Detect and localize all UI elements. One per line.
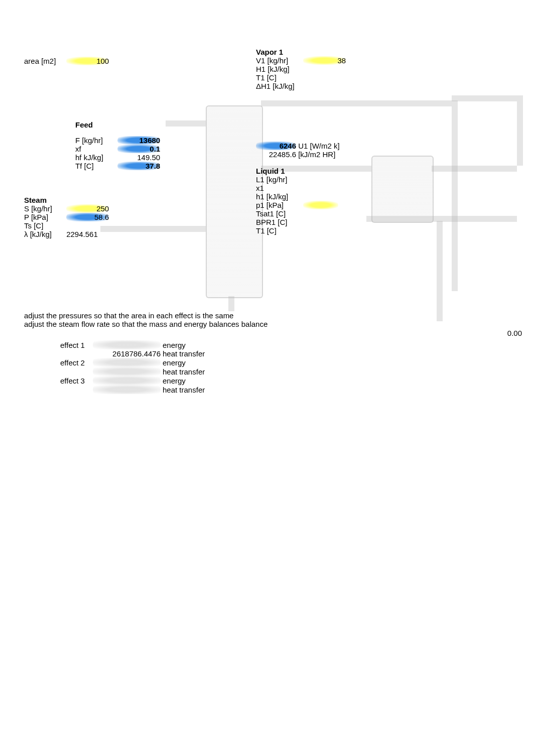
instruction-1: adjust the pressures so that the area in…: [24, 311, 268, 320]
xf-label: xf: [75, 145, 115, 153]
vapor1-title: Vapor 1: [256, 48, 346, 56]
lambda-value: 2294.561: [66, 230, 98, 238]
u1-value[interactable]: 6246: [256, 142, 296, 150]
hf-label: hf kJ/kg]: [75, 153, 115, 162]
heat-exchanger-1: [371, 156, 434, 223]
pipe-steam: [100, 226, 206, 232]
lambda-label: λ [kJ/kg]: [24, 230, 64, 238]
t1-vapor-label: T1 [C]: [256, 73, 301, 82]
effect1-energy-label: energy: [161, 341, 186, 349]
effect2-ht-label: heat transfer: [161, 367, 205, 376]
p1-value[interactable]: [303, 201, 338, 209]
effect1-energy-cell[interactable]: [93, 340, 161, 349]
effect2-energy-label: energy: [161, 358, 186, 367]
pipe-right-2: [517, 95, 523, 166]
effect1-label: effect 1: [60, 341, 93, 349]
tsat1-label: Tsat1 [C]: [256, 209, 301, 218]
effect3-ht-label: heat transfer: [161, 386, 205, 394]
xf-value[interactable]: 0.1: [117, 145, 160, 153]
effect1-ht-label: heat transfer: [161, 349, 205, 358]
p-steam-label: P [kPa]: [24, 213, 64, 221]
p-steam-value[interactable]: 58.6: [66, 213, 109, 221]
u1-label: U1 [W/m2 k]: [298, 142, 340, 150]
u1b-value: 22485.6: [256, 150, 296, 159]
pipe-drain: [228, 296, 234, 311]
liquid1-title: Liquid 1: [256, 167, 338, 175]
effect1-ht-value: 2618786.4476: [93, 349, 161, 358]
tf-label: Tf [C]: [75, 162, 115, 170]
feed-title: Feed: [75, 120, 160, 129]
p1-label: p1 [kPa]: [256, 201, 301, 209]
pipe-down-right: [437, 221, 443, 321]
s-value[interactable]: 250: [66, 204, 109, 213]
u1b-label: [kJ/m2 HR]: [298, 150, 335, 159]
f-value[interactable]: 13680: [117, 136, 160, 145]
summary-value: 0.00: [497, 329, 522, 337]
v1-label: V1 [kg/hr]: [256, 56, 301, 65]
v1-value[interactable]: 38: [303, 56, 346, 65]
dh1-label: ΔH1 [kJ/kg]: [256, 82, 301, 90]
s-label: S [kg/hr]: [24, 204, 64, 213]
h1-liquid-label: h1 [kJ/kg]: [256, 192, 301, 201]
steam-title: Steam: [24, 196, 109, 204]
bpr1-label: BPR1 [C]: [256, 218, 301, 226]
pipe-top-1: [261, 100, 452, 106]
area-label: area [m2]: [24, 57, 64, 65]
pipe-top-2: [452, 95, 517, 101]
x1-label: x1: [256, 184, 301, 192]
effect3-ht-cell[interactable]: [93, 385, 161, 394]
effect2-energy-cell[interactable]: [93, 358, 161, 367]
evaporator-vessel-1: [206, 105, 263, 298]
l1-label: L1 [kg/hr]: [256, 175, 301, 184]
h1-vapor-label: H1 [kJ/kg]: [256, 65, 301, 73]
effect2-ht-cell[interactable]: [93, 367, 161, 376]
pipe-right-1: [452, 100, 458, 291]
effect3-energy-label: energy: [161, 376, 186, 385]
pipe-feed: [166, 120, 206, 127]
effect3-label: effect 3: [60, 376, 93, 385]
pipe-mid-2: [432, 166, 517, 172]
instruction-2: adjust the steam flow rate so that the m…: [24, 320, 268, 328]
ts-label: Ts [C]: [24, 221, 64, 230]
f-label: F [kg/hr]: [75, 136, 115, 145]
effect2-label: effect 2: [60, 358, 93, 367]
hf-value: 149.50: [117, 153, 160, 162]
area-value[interactable]: 100: [66, 57, 109, 65]
effect3-energy-cell[interactable]: [93, 376, 161, 385]
tf-value[interactable]: 37.8: [117, 162, 160, 170]
t1-liquid-label: T1 [C]: [256, 226, 301, 235]
